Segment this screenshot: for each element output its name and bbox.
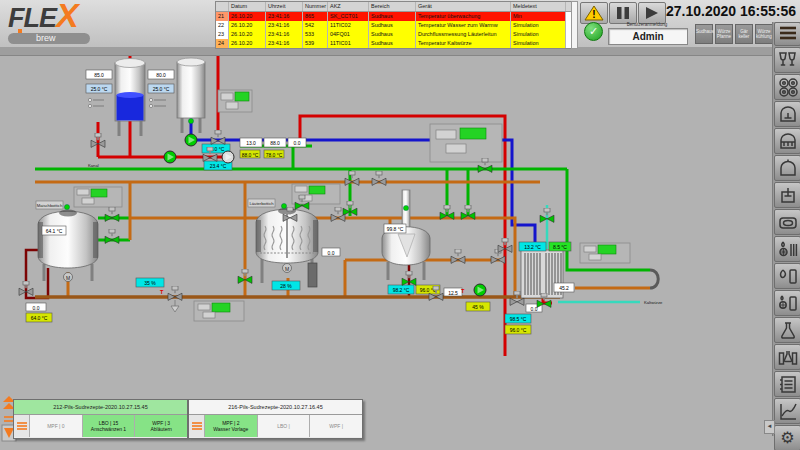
pipe-u-turn <box>650 270 658 288</box>
cold-water-icon <box>778 294 798 313</box>
nav-wuerzepfanne[interactable]: Würze Pfanne <box>715 24 733 44</box>
yeast-flask-icon <box>778 348 798 367</box>
he-bottom-meters[interactable]: 0.0 98.5 °C 96.0 °C <box>505 304 542 334</box>
water-tank2[interactable] <box>177 58 205 133</box>
batch-menu-icon[interactable] <box>14 415 29 437</box>
svg-text:Läuterbottich: Läuterbottich <box>249 201 274 206</box>
mash-control-group[interactable] <box>74 187 122 207</box>
sidebar-item-kegs[interactable] <box>774 74 800 100</box>
alarm-row[interactable]: 22 26.10.20 23:41:16 542 11TIC02 Sudhaus… <box>216 21 572 30</box>
lauter-control-group[interactable] <box>292 184 340 204</box>
batch-menu-icon[interactable] <box>189 415 204 437</box>
he-outlet-temp[interactable]: 8.5 °C <box>549 242 571 251</box>
alarm-row[interactable]: 21 26.10.20 23:41:16 865 SK_CCT01 Sudhau… <box>216 12 572 21</box>
wort-pump-speed[interactable]: 45 % <box>466 302 490 311</box>
svg-text:0.0: 0.0 <box>33 305 40 311</box>
sidebar-item-lab[interactable] <box>774 317 800 343</box>
svg-text:13.0: 13.0 <box>246 140 256 146</box>
batch-step-lbo[interactable]: LBO | <box>257 415 310 437</box>
svg-text:98.2 °C: 98.2 °C <box>393 287 410 293</box>
wort-kettle-vessel[interactable] <box>382 190 430 280</box>
svg-text:99.8 °C: 99.8 °C <box>387 226 404 232</box>
wine-glasses-icon <box>778 51 798 69</box>
svg-text:64.0 °C: 64.0 °C <box>31 315 48 321</box>
svg-text:!: ! <box>592 9 595 20</box>
water-meter-row[interactable]: 13.0 88.0 0.0 88.0 °C 78.0 °C <box>240 138 306 158</box>
alarm-row-selected[interactable]: 24 26.10.20 23:41:16 539 11TIC01 Sudhaus… <box>216 39 572 48</box>
sidebar-collapse-button[interactable]: ◄ <box>764 420 775 434</box>
mash-temp-plate[interactable]: 64.1 °C <box>42 226 66 235</box>
sidebar-item-kettle[interactable] <box>774 155 800 181</box>
tank-control-group[interactable] <box>218 90 252 112</box>
pump-hotwater[interactable] <box>164 151 176 163</box>
batch-step-wpf[interactable]: WPF | 3Abläutern <box>134 415 187 437</box>
alarm-table[interactable]: Datum Uhrzeit Nummer AKZ Bereich Gerät M… <box>215 1 573 49</box>
sidebar-item-journal[interactable] <box>774 371 800 397</box>
warning-icon: ! <box>584 5 604 21</box>
sidebar-item-wort-cooling[interactable] <box>774 236 800 262</box>
pause-icon <box>616 7 630 19</box>
svg-text:96.0 °C: 96.0 °C <box>510 327 527 333</box>
menu-button[interactable] <box>774 22 800 46</box>
batch-step-lbo[interactable]: LBO | 15Anschwänzen 1 <box>82 415 135 437</box>
sidebar-item-glasses[interactable] <box>774 47 800 73</box>
svg-text:45.2: 45.2 <box>559 285 569 291</box>
svg-text:78.0 °C: 78.0 °C <box>266 152 283 158</box>
sidebar-item-cold-water[interactable] <box>774 290 800 316</box>
pause-button[interactable] <box>609 2 637 24</box>
batch-step-mpf[interactable]: MPF | 0 <box>29 415 82 437</box>
svg-text:0.0: 0.0 <box>531 306 538 312</box>
batch-step-wpf[interactable]: WPF | <box>309 415 362 437</box>
he-inlet-temp[interactable]: 13.2 °C <box>519 242 546 251</box>
mash-heating-meters[interactable]: 0.0 64.0 °C <box>26 303 52 322</box>
login-ok-icon[interactable]: ✓ <box>584 22 603 41</box>
return-flow-meter[interactable]: 45.2 <box>554 283 574 292</box>
hamburger-icon <box>779 26 797 42</box>
label-tank-icon <box>778 214 798 231</box>
nav-sudhaus[interactable]: Sudhaus <box>695 24 713 44</box>
kettle-bottom-meters[interactable]: 98.2 °C 96.0 °C <box>388 285 440 294</box>
nav-wuerzekuehlung[interactable]: Würze kühlung <box>755 24 773 44</box>
sidebar-item-yeast[interactable] <box>774 344 800 370</box>
sidebar-item-settings[interactable]: ⚙ <box>774 425 800 450</box>
svg-text:M: M <box>66 275 70 281</box>
kettle-control-group[interactable] <box>430 124 502 162</box>
batch-panel-212[interactable]: 212-Pils-Sudrezepte-2020.10.27.15.45 MPF… <box>13 399 188 439</box>
batch-panel-216[interactable]: 216-Pils-Sudrezepte-2020.10.27.16.45 MPF… <box>188 399 363 439</box>
right-control-group[interactable] <box>580 243 630 263</box>
alarm-ack-button[interactable]: ! <box>580 2 608 24</box>
sidebar-item-fermenter[interactable] <box>774 101 800 127</box>
lauter-meter[interactable]: 0.0 <box>322 248 340 256</box>
lab-flask-icon <box>778 321 798 340</box>
pump-coldwater[interactable] <box>185 134 197 146</box>
svg-text:Maischbottich: Maischbottich <box>37 203 63 208</box>
sidebar-item-stirred-tank[interactable] <box>774 182 800 208</box>
bottom-control-group[interactable] <box>194 301 244 321</box>
svg-text:0.0: 0.0 <box>294 140 301 146</box>
user-name-field[interactable]: Admin <box>608 28 688 45</box>
lauter-rake-speed[interactable]: 28 % <box>272 281 300 290</box>
nav-gaerkeller[interactable]: Gär keller <box>735 24 753 44</box>
mash-agitator-speed[interactable]: 35 % <box>136 278 164 287</box>
play-button[interactable] <box>638 2 666 24</box>
mash-tun-icon <box>778 132 798 151</box>
app-logo: FLEX brew <box>8 2 118 46</box>
drain-funnel <box>171 300 179 312</box>
kettle-temp-plate[interactable]: 99.8 °C <box>384 224 406 233</box>
svg-text:25.0 °C: 25.0 °C <box>153 86 170 92</box>
trend-chart-icon <box>778 402 798 421</box>
sidebar-item-label-tank[interactable] <box>774 209 800 235</box>
pump-hotwater-2[interactable] <box>222 151 234 163</box>
pump-wort[interactable] <box>474 284 486 296</box>
alarm-scrollbar[interactable] <box>571 1 578 49</box>
batch-step-mpf[interactable]: MPF | 2Wasser Vorlage <box>204 415 257 437</box>
svg-text:35 %: 35 % <box>144 280 156 286</box>
alarm-row[interactable]: 23 26.10.20 23:41:16 533 04FQ01 Sudhaus … <box>216 30 572 39</box>
main-flow-meter[interactable]: 12.5 <box>444 288 462 296</box>
valve-coldwater[interactable] <box>211 130 225 144</box>
sidebar-item-mash-tun[interactable] <box>774 128 800 154</box>
sidebar-item-trends[interactable] <box>774 398 800 424</box>
svg-text:28 %: 28 % <box>280 283 292 289</box>
sidebar-item-hot-water[interactable] <box>774 263 800 289</box>
svg-text:8.5 °C: 8.5 °C <box>553 244 567 250</box>
